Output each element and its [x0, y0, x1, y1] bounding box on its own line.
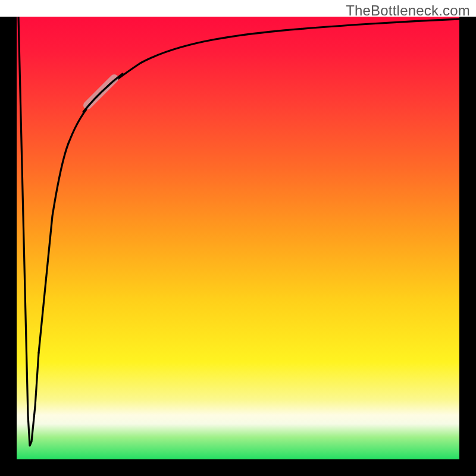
curve-svg — [17, 17, 459, 459]
chart-frame: TheBottleneck.com — [0, 0, 476, 476]
plot-outer-border — [0, 17, 476, 476]
curve-spike-down — [18, 17, 39, 446]
curve-saturating-rise — [39, 19, 459, 353]
plot-area — [17, 17, 459, 459]
